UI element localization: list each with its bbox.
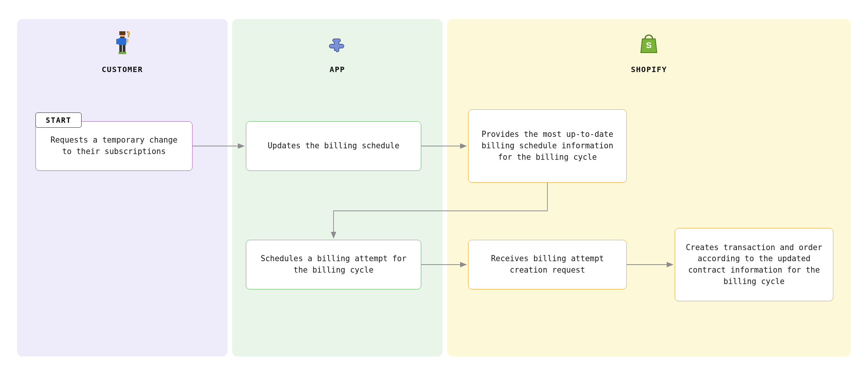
svg-rect-9 — [122, 52, 126, 54]
box-app-update: Updates the billing schedule — [246, 121, 421, 171]
shopify-bag-icon: S — [639, 31, 658, 54]
lane-app-title: APP — [330, 65, 345, 74]
svg-rect-6 — [119, 45, 122, 52]
svg-rect-5 — [126, 39, 128, 43]
svg-rect-4 — [116, 39, 119, 44]
svg-rect-2 — [120, 37, 125, 38]
lane-shopify: S SHOPIFY — [447, 19, 851, 357]
lane-customer-title: CUSTOMER — [102, 65, 143, 74]
svg-rect-7 — [123, 45, 125, 52]
swimlanes: CUSTOMER APP S SHOPIFY — [17, 19, 851, 357]
svg-rect-13 — [128, 33, 130, 34]
svg-rect-0 — [119, 31, 125, 35]
box-shopify-provides: Provides the most up-to-date billing sch… — [468, 109, 627, 183]
svg-rect-8 — [119, 52, 122, 54]
puzzle-icon — [327, 31, 348, 54]
start-label: START — [35, 112, 82, 128]
customer-icon — [113, 31, 132, 54]
svg-rect-3 — [119, 38, 126, 45]
lane-customer: CUSTOMER — [17, 19, 228, 357]
svg-rect-12 — [127, 31, 128, 33]
box-shopify-receives: Receives billing attempt creation reques… — [468, 240, 627, 289]
box-customer-request: Requests a temporary change to their sub… — [35, 121, 193, 171]
svg-rect-10 — [128, 34, 129, 37]
box-shopify-creates: Creates transaction and order according … — [675, 228, 833, 301]
lane-shopify-title: SHOPIFY — [631, 65, 667, 74]
svg-text:S: S — [646, 40, 652, 50]
box-app-schedules: Schedules a billing attempt for the bill… — [246, 240, 421, 289]
lane-app: APP — [232, 19, 443, 357]
